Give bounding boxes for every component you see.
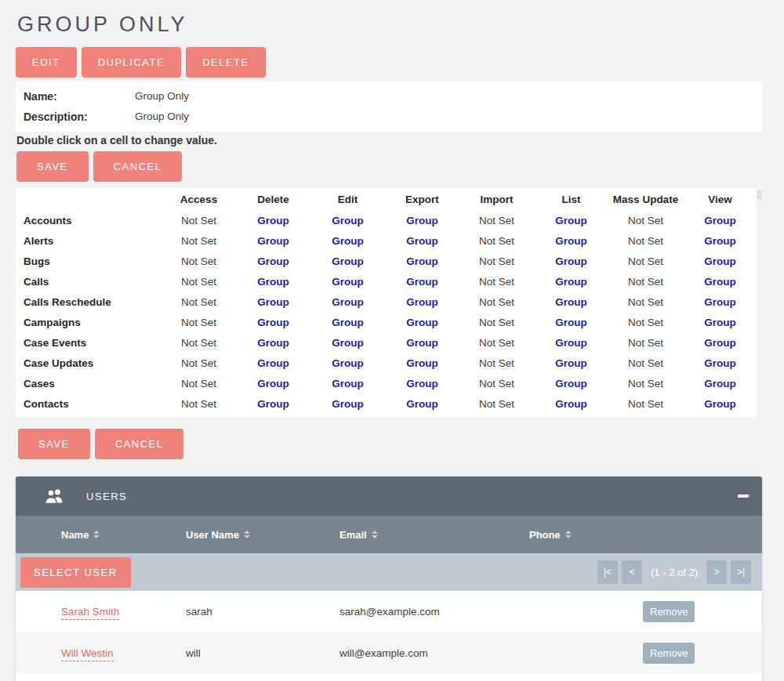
cancel-button[interactable]: CANCEL (93, 151, 183, 182)
matrix-cell-group-link[interactable]: Group (385, 357, 459, 369)
matrix-cell-group-link[interactable]: Group (310, 276, 385, 288)
matrix-cell-value[interactable]: Not Set (459, 398, 534, 410)
matrix-cell-value[interactable]: Not Set (459, 317, 534, 328)
matrix-cell-group-link[interactable]: Group (385, 398, 459, 410)
matrix-cell-group-link[interactable]: Group (236, 398, 310, 410)
matrix-cell-group-link[interactable]: Group (683, 357, 757, 369)
matrix-cell-value[interactable]: Not Set (162, 317, 236, 328)
matrix-cell-value[interactable]: Not Set (162, 296, 236, 308)
matrix-cell-value[interactable]: Not Set (162, 398, 236, 410)
delete-button[interactable]: DELETE (186, 47, 266, 78)
matrix-cell-group-link[interactable]: Group (385, 337, 459, 349)
matrix-cell-group-link[interactable]: Group (683, 398, 757, 410)
matrix-cell-group-link[interactable]: Group (236, 337, 310, 349)
matrix-cell-value[interactable]: Not Set (459, 276, 534, 288)
matrix-cell-group-link[interactable]: Group (236, 235, 310, 247)
cancel-button[interactable]: CANCEL (95, 429, 184, 459)
matrix-cell-group-link[interactable]: Group (310, 255, 385, 267)
matrix-cell-value[interactable]: Not Set (608, 215, 683, 226)
matrix-cell-group-link[interactable]: Group (683, 337, 757, 349)
matrix-cell-group-link[interactable]: Group (310, 215, 385, 226)
matrix-cell-group-link[interactable]: Group (236, 296, 310, 308)
pagination-next-button[interactable]: > (706, 560, 727, 584)
users-column-header-email[interactable]: Email (339, 529, 529, 541)
matrix-cell-group-link[interactable]: Group (236, 378, 310, 389)
matrix-cell-group-link[interactable]: Group (236, 215, 310, 226)
matrix-cell-group-link[interactable]: Group (310, 296, 385, 308)
matrix-cell-value[interactable]: Not Set (162, 215, 236, 226)
matrix-cell-group-link[interactable]: Group (683, 378, 757, 389)
matrix-cell-value[interactable]: Not Set (162, 378, 236, 389)
matrix-cell-group-link[interactable]: Group (683, 215, 757, 226)
matrix-cell-group-link[interactable]: Group (385, 378, 459, 389)
matrix-cell-group-link[interactable]: Group (534, 398, 608, 410)
matrix-cell-value[interactable]: Not Set (162, 337, 236, 349)
matrix-cell-group-link[interactable]: Group (236, 317, 310, 328)
matrix-cell-value[interactable]: Not Set (459, 255, 534, 267)
duplicate-button[interactable]: DUPLICATE (82, 47, 182, 78)
matrix-cell-group-link[interactable]: Group (683, 317, 757, 328)
matrix-cell-group-link[interactable]: Group (683, 255, 757, 267)
matrix-cell-group-link[interactable]: Group (310, 398, 385, 410)
matrix-cell-group-link[interactable]: Group (534, 215, 608, 226)
matrix-cell-value[interactable]: Not Set (608, 357, 683, 369)
matrix-cell-value[interactable]: Not Set (459, 378, 534, 389)
save-button[interactable]: SAVE (16, 151, 89, 182)
matrix-cell-group-link[interactable]: Group (310, 378, 385, 389)
matrix-cell-value[interactable]: Not Set (459, 215, 534, 226)
matrix-cell-group-link[interactable]: Group (310, 337, 385, 349)
users-column-header-name[interactable]: Name (61, 529, 186, 541)
matrix-cell-value[interactable]: Not Set (459, 296, 534, 308)
remove-user-button[interactable]: Remove (643, 643, 695, 664)
matrix-cell-value[interactable]: Not Set (608, 255, 683, 267)
select-user-button[interactable]: SELECT USER (20, 557, 131, 588)
pagination-prev-button[interactable]: < (622, 560, 642, 584)
matrix-cell-group-link[interactable]: Group (310, 235, 385, 247)
matrix-cell-value[interactable]: Not Set (459, 235, 534, 247)
matrix-cell-group-link[interactable]: Group (385, 215, 459, 226)
matrix-cell-group-link[interactable]: Group (534, 357, 608, 369)
pagination-first-button[interactable]: |< (597, 560, 618, 584)
matrix-cell-group-link[interactable]: Group (683, 296, 757, 308)
matrix-cell-group-link[interactable]: Group (683, 235, 757, 247)
matrix-cell-value[interactable]: Not Set (162, 255, 236, 267)
matrix-cell-group-link[interactable]: Group (385, 276, 459, 288)
matrix-cell-value[interactable]: Not Set (459, 357, 534, 369)
matrix-cell-group-link[interactable]: Group (385, 235, 459, 247)
matrix-cell-value[interactable]: Not Set (162, 235, 236, 247)
matrix-cell-value[interactable]: Not Set (608, 276, 683, 288)
matrix-cell-group-link[interactable]: Group (236, 357, 310, 369)
matrix-cell-group-link[interactable]: Group (534, 296, 608, 308)
matrix-cell-group-link[interactable]: Group (534, 378, 608, 389)
matrix-cell-group-link[interactable]: Group (534, 317, 608, 328)
matrix-cell-group-link[interactable]: Group (534, 337, 608, 349)
matrix-cell-group-link[interactable]: Group (534, 235, 608, 247)
matrix-cell-group-link[interactable]: Group (236, 255, 310, 267)
user-name-link[interactable]: Sarah Smith (61, 606, 119, 620)
collapse-minus-icon[interactable] (738, 494, 750, 498)
matrix-cell-value[interactable]: Not Set (608, 296, 683, 308)
matrix-cell-group-link[interactable]: Group (534, 276, 608, 288)
matrix-cell-group-link[interactable]: Group (236, 276, 310, 288)
matrix-cell-value[interactable]: Not Set (608, 378, 683, 389)
matrix-cell-value[interactable]: Not Set (608, 317, 683, 328)
matrix-cell-value[interactable]: Not Set (459, 337, 534, 349)
matrix-cell-value[interactable]: Not Set (608, 235, 683, 247)
matrix-cell-value[interactable]: Not Set (608, 398, 683, 410)
matrix-cell-group-link[interactable]: Group (683, 276, 757, 288)
matrix-cell-value[interactable]: Not Set (162, 276, 236, 288)
matrix-cell-group-link[interactable]: Group (534, 255, 608, 267)
pagination-last-button[interactable]: >| (731, 560, 751, 584)
save-button[interactable]: SAVE (18, 429, 90, 459)
user-name-link[interactable]: Will Westin (61, 647, 114, 661)
matrix-cell-group-link[interactable]: Group (310, 357, 385, 369)
matrix-cell-group-link[interactable]: Group (385, 296, 459, 308)
matrix-cell-value[interactable]: Not Set (162, 357, 236, 369)
matrix-cell-group-link[interactable]: Group (310, 317, 385, 328)
users-column-header-user-name[interactable]: User Name (186, 529, 339, 541)
remove-user-button[interactable]: Remove (643, 601, 695, 622)
matrix-cell-value[interactable]: Not Set (608, 337, 683, 349)
matrix-scrollbar-thumb[interactable] (757, 190, 762, 199)
matrix-scrollbar[interactable] (757, 190, 762, 418)
users-column-header-phone[interactable]: Phone (529, 529, 643, 541)
